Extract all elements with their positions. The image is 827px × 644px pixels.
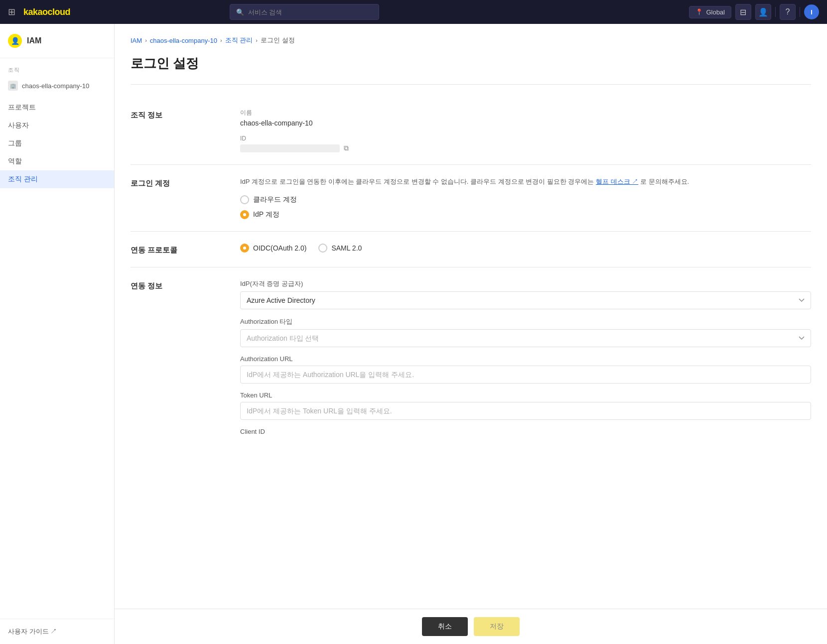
search-bar[interactable]: 🔍 [230, 4, 379, 20]
auth-url-label: Authorization URL [240, 355, 811, 363]
guide-button[interactable]: 사용자 가이드 ↗ [8, 627, 106, 636]
idp-select[interactable]: Azure Active Directory Okta Google Works… [240, 291, 811, 309]
grid-icon[interactable]: ⊞ [8, 6, 15, 17]
helpdesk-link[interactable]: 헬프 데스크 ↗ [596, 178, 638, 185]
sidebar-footer: 사용자 가이드 ↗ [0, 619, 114, 644]
auth-type-select[interactable]: Authorization 타입 선택 [240, 329, 811, 347]
sidebar-item-group[interactable]: 그룹 [0, 134, 114, 152]
name-value: chaos-ella-company-10 [240, 119, 811, 127]
token-url-field: Token URL [240, 391, 811, 420]
radio-cloud-circle [240, 195, 249, 204]
guide-label: 사용자 가이드 ↗ [8, 627, 57, 636]
title-divider [131, 84, 811, 85]
radio-saml-label: SAML 2.0 [331, 244, 362, 252]
login-account-content: IdP 계정으로 로그인을 연동한 이후에는 클라우드 계정으로 변경할 수 없… [240, 177, 811, 219]
federation-content: IdP(자격 증명 공급자) Azure Active Directory Ok… [240, 279, 811, 443]
breadcrumb-org[interactable]: chaos-ella-company-10 [150, 37, 217, 44]
search-input[interactable] [248, 8, 373, 16]
org-info-label: 조직 정보 [131, 109, 220, 152]
sidebar-item-org-management[interactable]: 조직 관리 [0, 170, 114, 188]
topnav-right: 📍 Global ⊟ 👤 ? I [689, 4, 819, 20]
search-icon: 🔍 [236, 8, 244, 16]
org-info-section: 조직 정보 이름 chaos-ella-company-10 ID ⧉ [131, 97, 811, 165]
sidebar-title: IAM [27, 36, 41, 45]
token-url-label: Token URL [240, 391, 811, 399]
radio-cloud-label: 클라우드 계정 [253, 195, 297, 204]
sidebar-item-user[interactable]: 사용자 [0, 117, 114, 134]
divider2 [800, 7, 800, 17]
save-button[interactable]: 저장 [474, 617, 520, 636]
sidebar: 👤 IAM 조직 🏢 chaos-ella-company-10 프로젝트 사용… [0, 24, 115, 644]
token-url-input[interactable] [240, 402, 811, 420]
login-account-radio-group: 클라우드 계정 IdP 계정 [240, 195, 811, 219]
divider [775, 7, 776, 17]
radio-saml-circle [318, 244, 327, 253]
page-title: 로그인 설정 [131, 55, 811, 72]
federation-section: 연동 정보 IdP(자격 증명 공급자) Azure Active Direct… [131, 267, 811, 455]
breadcrumb: IAM › chaos-ella-company-10 › 조직 관리 › 로그… [131, 36, 811, 45]
idp-field-label: IdP(자격 증명 공급자) [240, 279, 811, 288]
org-name: chaos-ella-company-10 [22, 82, 89, 90]
layout: 👤 IAM 조직 🏢 chaos-ella-company-10 프로젝트 사용… [0, 24, 827, 644]
help-icon-btn[interactable]: ? [780, 4, 796, 20]
radio-idp-circle [240, 210, 249, 219]
sidebar-header: 👤 IAM [0, 24, 114, 58]
sidebar-item-project[interactable]: 프로젝트 [0, 99, 114, 117]
idp-field: IdP(자격 증명 공급자) Azure Active Directory Ok… [240, 279, 811, 309]
auth-type-field: Authorization 타입 Authorization 타입 선택 [240, 317, 811, 347]
name-label: 이름 [240, 109, 811, 117]
protocol-radio-row: OIDC(OAuth 2.0) SAML 2.0 [240, 244, 811, 253]
org-icon: 🏢 [8, 81, 18, 91]
org-info-content: 이름 chaos-ella-company-10 ID ⧉ [240, 109, 811, 152]
radio-idp-account[interactable]: IdP 계정 [240, 210, 811, 219]
breadcrumb-sep2: › [220, 37, 222, 43]
breadcrumb-iam[interactable]: IAM [131, 37, 142, 44]
breadcrumb-current: 로그인 설정 [261, 36, 295, 45]
federation-label: 연동 정보 [131, 279, 220, 443]
copy-icon[interactable]: ⧉ [344, 144, 349, 152]
id-label: ID [240, 135, 811, 142]
radio-saml[interactable]: SAML 2.0 [318, 244, 362, 253]
sidebar-section-org: 조직 [0, 58, 114, 77]
auth-url-field: Authorization URL [240, 355, 811, 384]
location-icon: 📍 [695, 8, 703, 15]
bottom-actions: 취소 저장 [115, 609, 827, 644]
radio-cloud-account[interactable]: 클라우드 계정 [240, 195, 811, 204]
breadcrumb-sep3: › [256, 37, 258, 43]
sidebar-org[interactable]: 🏢 chaos-ella-company-10 [0, 77, 114, 95]
logo: kakaocloud [23, 7, 70, 17]
auth-url-input[interactable] [240, 366, 811, 384]
main-content: IAM › chaos-ella-company-10 › 조직 관리 › 로그… [115, 24, 827, 644]
id-row: ⧉ [240, 144, 811, 152]
breadcrumb-sep1: › [145, 37, 147, 43]
radio-idp-label: IdP 계정 [253, 210, 279, 219]
protocol-content: OIDC(OAuth 2.0) SAML 2.0 [240, 244, 811, 255]
radio-oidc-circle [240, 244, 249, 253]
radio-oidc-label: OIDC(OAuth 2.0) [253, 244, 306, 252]
user-icon-btn[interactable]: 👤 [755, 4, 771, 20]
login-account-label: 로그인 계정 [131, 177, 220, 219]
id-blurred [240, 144, 340, 152]
protocol-label: 연동 프로토콜 [131, 244, 220, 255]
radio-oidc[interactable]: OIDC(OAuth 2.0) [240, 244, 306, 253]
cancel-button[interactable]: 취소 [422, 617, 468, 636]
protocol-section: 연동 프로토콜 OIDC(OAuth 2.0) SAML 2.0 [131, 232, 811, 267]
sidebar-item-role[interactable]: 역할 [0, 152, 114, 170]
sidebar-nav: 프로젝트 사용자 그룹 역할 조직 관리 [0, 95, 114, 192]
region-selector[interactable]: 📍 Global [689, 6, 731, 18]
client-id-field: Client ID [240, 428, 811, 435]
auth-type-label: Authorization 타입 [240, 317, 811, 326]
login-account-section: 로그인 계정 IdP 계정으로 로그인을 연동한 이후에는 클라우드 계정으로 … [131, 165, 811, 232]
client-id-label: Client ID [240, 428, 811, 435]
iam-icon: 👤 [8, 34, 22, 48]
avatar[interactable]: I [804, 4, 819, 19]
topnav: ⊞ kakaocloud 🔍 📍 Global ⊟ 👤 ? I [0, 0, 827, 24]
notice-text: IdP 계정으로 로그인을 연동한 이후에는 클라우드 계정으로 변경할 수 없… [240, 177, 811, 187]
layout-icon-btn[interactable]: ⊟ [735, 4, 751, 20]
breadcrumb-org-mgmt[interactable]: 조직 관리 [225, 36, 253, 45]
